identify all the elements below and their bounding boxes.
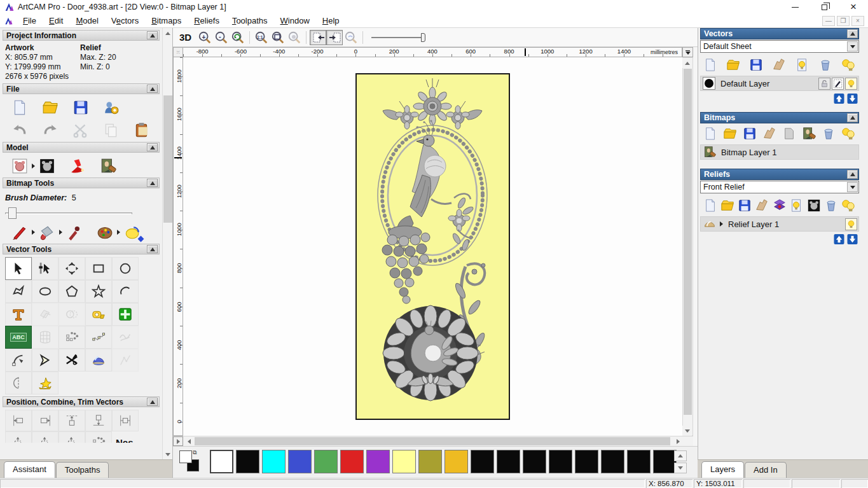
colour-swatch[interactable] [236,450,259,473]
colour-swatch[interactable] [523,450,546,473]
show-all-layers-icon[interactable] [840,125,857,142]
adjust-model-icon[interactable] [9,157,31,176]
envelope-distort-tool[interactable] [32,326,59,349]
create-polygon-tool[interactable] [59,280,85,303]
delete-layer-icon[interactable] [823,197,839,214]
expand-layer-icon[interactable] [720,221,723,227]
measure-tool[interactable] [85,303,112,326]
move-layer-up-button[interactable] [834,234,844,244]
ruler-origin-button[interactable]: ⁙ [173,47,183,57]
colour-swatch[interactable] [314,450,338,473]
colour-swatch[interactable] [627,450,651,473]
paint-brush-icon[interactable] [9,223,31,242]
model-wizard-icon[interactable] [100,98,122,117]
assistant-scrollbar[interactable] [162,28,172,459]
tab-assistant[interactable]: Assistant [4,461,55,478]
menu-item[interactable]: Help [316,15,346,27]
save-relief-icon[interactable] [736,197,753,214]
colour-swatch[interactable] [549,450,572,473]
show-all-layers-icon[interactable] [840,197,857,214]
layer-colour-icon[interactable] [703,77,715,90]
vector-layer-row[interactable]: Default Layer [700,76,859,91]
save-vectors-icon[interactable] [748,57,764,73]
colour-swatch[interactable] [210,450,233,473]
colour-swatch[interactable] [601,450,624,473]
save-bitmap-icon[interactable] [741,125,758,142]
nesting-tool[interactable]: Nes [116,437,134,443]
align-left-tool[interactable] [5,410,32,431]
tab-addin[interactable]: Add In [745,462,787,478]
colour-swatch[interactable] [653,450,677,473]
merge-layers-icon[interactable] [754,197,770,214]
create-star-tool[interactable] [85,280,112,303]
copy-sheet-icon[interactable] [781,125,797,142]
align-centre-tool[interactable] [112,410,139,431]
freehand-smooth-tool[interactable] [112,326,139,349]
scrollbar-thumb[interactable] [163,95,172,223]
redo-icon[interactable] [39,121,61,140]
menu-item[interactable]: Toolpaths [226,15,274,27]
toggle-visibility-icon[interactable] [789,197,805,214]
collapse-button[interactable] [147,398,158,406]
palette-icon[interactable] [94,223,116,242]
delete-layer-icon[interactable] [817,57,834,73]
minimize-button[interactable] [780,0,809,14]
scroll-up-button[interactable] [163,28,173,38]
copy-icon[interactable] [100,121,122,140]
fillet-curve-tool[interactable] [5,349,32,372]
show-all-layers-icon[interactable] [840,57,857,73]
collapse-button[interactable] [147,31,158,39]
brush-diameter-slider[interactable] [5,207,132,219]
zoom-out-icon[interactable]: - [213,30,230,45]
light-material-icon[interactable] [67,157,88,176]
colour-swatch[interactable] [262,450,286,473]
move-layer-down-button[interactable] [847,234,858,244]
colour-swatch[interactable] [444,450,468,473]
create-text-tool[interactable] [5,303,32,326]
menu-item[interactable]: Bitmaps [145,15,188,27]
colour-swatch[interactable] [575,450,598,473]
zoom-1to1-icon[interactable]: 1:1 [253,30,270,45]
scrollbar-thumb[interactable] [195,437,670,445]
menu-item[interactable]: Vectors [105,15,145,27]
new-layer-icon[interactable] [702,125,719,142]
move-layer-up-button[interactable] [834,94,844,104]
tab-toolpaths[interactable]: Toolpaths [56,462,109,478]
new-layer-icon[interactable] [702,57,719,73]
colour-swatch[interactable] [366,450,390,473]
flyout-arrow-icon[interactable] [117,230,120,235]
flyout-arrow-icon[interactable] [59,230,62,235]
restore-button[interactable] [809,0,839,14]
create-polyline-tool[interactable] [5,280,32,303]
open-vectors-icon[interactable] [725,57,741,73]
flyout-arrow-icon[interactable] [32,230,35,235]
create-arc-tool[interactable] [112,280,139,303]
bitmap-layer-row[interactable]: Bitmap Layer 1 [700,144,859,160]
artwork-canvas[interactable] [355,73,510,420]
align-centre-horizontal-tool[interactable] [59,431,85,443]
abc-matrix-tool[interactable]: ABC [5,326,32,349]
paste-icon[interactable] [131,121,153,140]
fit-page-right-icon[interactable] [326,30,343,45]
align-centre-vertical-tool[interactable] [32,431,59,443]
relief-select[interactable]: Front Relief [700,181,859,193]
cut-icon[interactable] [70,121,92,140]
colour-swatch[interactable] [392,450,416,473]
menu-item[interactable]: Window [274,15,316,27]
mirror-merge-tool[interactable] [5,372,32,394]
bitmap-preview-icon[interactable] [801,125,817,142]
scroll-up-button[interactable] [682,58,692,68]
offset-vectors-tool[interactable] [32,303,59,326]
sheet-select[interactable]: Default Sheet [700,40,859,53]
save-model-icon[interactable] [70,98,92,117]
drawing-area[interactable] [183,57,682,436]
block-paste-tool[interactable] [112,303,139,326]
view-3d-button[interactable]: 3D [179,32,191,43]
scroll-down-button[interactable] [682,426,692,436]
node-editing-tool[interactable] [32,257,59,280]
zoom-slider-handle[interactable] [421,33,425,42]
flood-fill-icon[interactable] [36,223,58,242]
colour-picker-icon[interactable] [64,223,85,242]
open-bitmap-icon[interactable] [722,125,738,142]
zoom-slider[interactable] [371,32,430,43]
